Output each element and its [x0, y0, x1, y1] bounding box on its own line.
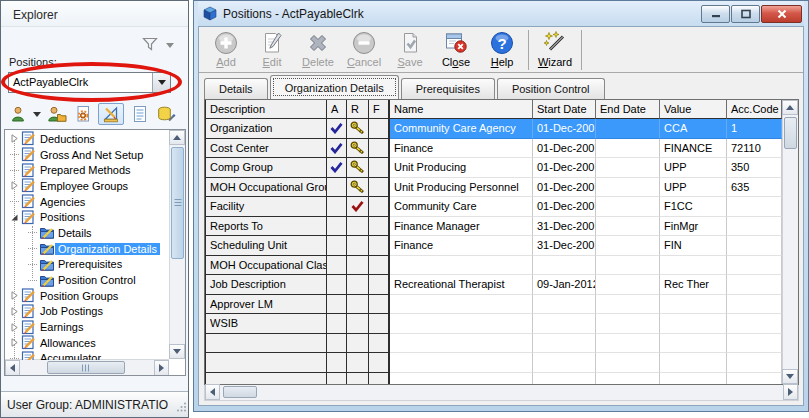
close-window-button[interactable] — [761, 5, 802, 23]
cell-start-date[interactable]: 01-Dec-2007 — [533, 178, 596, 198]
user-caret-icon[interactable] — [33, 112, 41, 117]
cell-a[interactable] — [327, 119, 347, 139]
cell-f[interactable] — [369, 178, 390, 198]
cell-description[interactable] — [205, 334, 327, 354]
cell-end-date[interactable] — [596, 197, 660, 217]
cell-start-date[interactable]: 31-Dec-2007 — [533, 236, 596, 256]
cell-name[interactable]: Unit Producing — [390, 158, 533, 178]
tree-item-prerequisites[interactable]: Prerequisites — [5, 257, 170, 273]
cell-value[interactable] — [660, 295, 727, 315]
cell-f[interactable] — [369, 295, 390, 315]
database-edit-icon[interactable] — [155, 103, 176, 125]
cell-r[interactable] — [347, 236, 369, 256]
resize-grip[interactable] — [175, 401, 187, 416]
cell-description[interactable]: Facility — [205, 197, 327, 217]
filter-caret-icon[interactable] — [166, 43, 174, 48]
cell-f[interactable] — [369, 217, 390, 237]
cell-end-date[interactable] — [596, 275, 660, 295]
tree-item-position-groups[interactable]: Position Groups — [5, 288, 170, 304]
tree-horizontal-scrollbar[interactable] — [5, 359, 169, 375]
cell-f[interactable] — [369, 119, 390, 139]
cell-r[interactable] — [347, 353, 369, 373]
grid-row-organization[interactable]: OrganizationCommunity Care Agency01-Dec-… — [205, 119, 784, 139]
grid-hscroll-thumb[interactable] — [223, 386, 257, 398]
cell-description[interactable]: Comp Group — [205, 158, 327, 178]
cell-a[interactable] — [327, 197, 347, 217]
cell-acc-code[interactable]: 1 — [727, 119, 782, 139]
tree-vertical-scrollbar[interactable] — [169, 130, 185, 359]
cell-start-date[interactable] — [533, 373, 596, 386]
cell-end-date[interactable] — [596, 178, 660, 198]
cell-start-date[interactable] — [533, 353, 596, 373]
grid-row-reports-to[interactable]: Reports ToFinance Manager31-Dec-2007FinM… — [205, 217, 784, 237]
design-edit-icon[interactable] — [98, 103, 124, 125]
cell-r[interactable] — [347, 178, 369, 198]
cell-value[interactable]: FINANCE — [660, 139, 727, 159]
tree-vscroll-thumb[interactable] — [171, 147, 184, 259]
cell-r[interactable] — [347, 119, 369, 139]
scroll-right-button[interactable] — [154, 360, 169, 376]
tree-item-deductions[interactable]: Deductions — [5, 131, 170, 147]
col-header-end-date[interactable]: End Date — [596, 100, 660, 119]
gear-document-icon[interactable] — [72, 103, 93, 125]
cell-acc-code[interactable] — [727, 334, 782, 354]
cell-r[interactable] — [347, 158, 369, 178]
tree-item-prepared-methods[interactable]: Prepared Methods — [5, 162, 170, 178]
cell-description[interactable]: MOH Occupational Clas — [205, 256, 327, 276]
cell-a[interactable] — [327, 314, 347, 334]
help-button[interactable]: ? Help — [479, 29, 525, 72]
cell-name[interactable] — [390, 314, 533, 334]
tab-details[interactable]: Details — [204, 78, 268, 99]
cell-value[interactable] — [660, 334, 727, 354]
cell-a[interactable] — [327, 373, 347, 386]
cell-end-date[interactable] — [596, 295, 660, 315]
tab-prerequisites[interactable]: Prerequisites — [401, 78, 495, 99]
cell-start-date[interactable] — [533, 256, 596, 276]
tree-item-gross-and-net-setup[interactable]: Gross And Net Setup — [5, 147, 170, 163]
cell-acc-code[interactable] — [727, 256, 782, 276]
cell-name[interactable]: Community Care — [390, 197, 533, 217]
scroll-left-button[interactable] — [5, 360, 20, 376]
tree-item-allowances[interactable]: Allowances — [5, 335, 170, 351]
grid-horizontal-scrollbar[interactable] — [204, 385, 799, 401]
tree-item-position-control[interactable]: Position Control — [5, 272, 170, 288]
cell-name[interactable]: Finance — [390, 236, 533, 256]
grid-scroll-left-button[interactable] — [205, 384, 220, 400]
cell-acc-code[interactable] — [727, 236, 782, 256]
cell-a[interactable] — [327, 256, 347, 276]
cell-f[interactable] — [369, 236, 390, 256]
cell-r[interactable] — [347, 334, 369, 354]
cell-r[interactable] — [347, 373, 369, 386]
tree-item-job-postings[interactable]: Job Postings — [5, 304, 170, 320]
filter-funnel-icon[interactable] — [142, 37, 158, 53]
cell-a[interactable] — [327, 275, 347, 295]
cell-value[interactable]: UPP — [660, 178, 727, 198]
tree-item-organization-details[interactable]: Organization Details — [5, 241, 170, 257]
cell-r[interactable] — [347, 295, 369, 315]
cell-value[interactable]: FIN — [660, 236, 727, 256]
cell-value[interactable] — [660, 314, 727, 334]
cell-r[interactable] — [347, 314, 369, 334]
cell-value[interactable]: FinMgr — [660, 217, 727, 237]
tree-item-employee-groups[interactable]: Employee Groups — [5, 178, 170, 194]
grid-row-scheduling-unit[interactable]: Scheduling UnitFinance31-Dec-2007FIN — [205, 236, 784, 256]
cell-end-date[interactable] — [596, 334, 660, 354]
save-button[interactable]: Save — [387, 29, 433, 72]
grid-row-empty[interactable] — [205, 373, 784, 386]
cell-f[interactable] — [369, 353, 390, 373]
cell-start-date[interactable] — [533, 334, 596, 354]
cell-f[interactable] — [369, 314, 390, 334]
cell-start-date[interactable] — [533, 295, 596, 315]
grid-row-facility[interactable]: FacilityCommunity Care01-Dec-2007F1CC — [205, 197, 784, 217]
grid-vscroll-thumb[interactable] — [784, 117, 797, 149]
minimize-button[interactable] — [701, 5, 730, 23]
tree-item-positions[interactable]: Positions — [5, 209, 170, 225]
cell-value[interactable] — [660, 353, 727, 373]
delete-button[interactable]: Delete — [295, 29, 341, 72]
cell-description[interactable] — [205, 353, 327, 373]
scroll-up-button[interactable] — [169, 130, 185, 145]
cell-end-date[interactable] — [596, 373, 660, 386]
cell-description[interactable]: Approver LM — [205, 295, 327, 315]
cell-value[interactable] — [660, 373, 727, 386]
cell-name[interactable]: Community Care Agency — [390, 119, 533, 139]
